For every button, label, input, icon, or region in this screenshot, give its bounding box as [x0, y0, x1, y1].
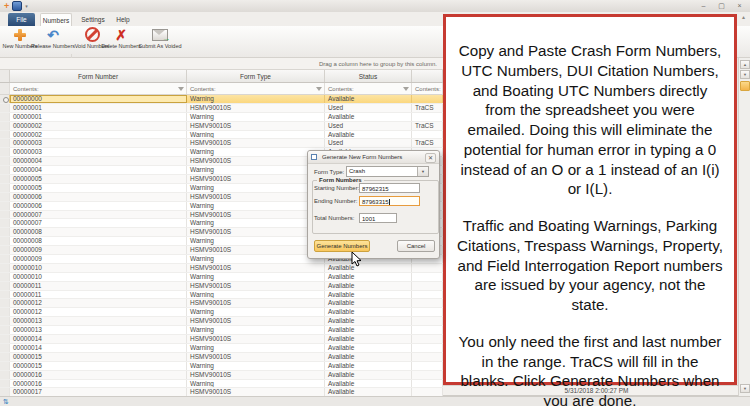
table-row[interactable]: 00000001 HSMV90010S Used TraCS — [0, 104, 443, 113]
cell-form-number[interactable]: 00000015 — [10, 353, 187, 361]
cell-form-number[interactable]: 00000001 — [10, 104, 187, 112]
cell-source[interactable] — [412, 131, 443, 139]
total-numbers-field[interactable]: 1001 — [359, 213, 397, 223]
table-row[interactable]: 00000015 Warning Available — [0, 362, 443, 371]
table-row[interactable]: 00000000 Warning Available — [0, 95, 443, 104]
cell-source[interactable] — [412, 388, 443, 396]
cell-form-number[interactable]: 00000017 — [10, 388, 187, 396]
cell-form-number[interactable]: 00000005 — [10, 184, 187, 192]
cell-form-type[interactable]: HSMV90010S — [187, 335, 325, 343]
cell-status[interactable]: Used — [325, 139, 412, 147]
cell-form-number[interactable]: 00000016 — [10, 380, 187, 388]
cell-form-number[interactable]: 00000014 — [10, 344, 187, 352]
filter-form-number[interactable]: Contents: — [10, 83, 187, 94]
record-navigator-icon[interactable]: ⇅ — [3, 398, 9, 405]
cell-form-type[interactable]: HSMV90010S — [187, 371, 325, 379]
cell-status[interactable]: Available — [325, 326, 412, 334]
cell-form-type[interactable]: HSMV90010S — [187, 193, 325, 201]
collapse-panel-icon[interactable]: ▴ — [742, 13, 745, 20]
cell-form-number[interactable]: 00000008 — [10, 228, 187, 236]
filter-form-type[interactable]: Contents: — [187, 83, 325, 94]
cell-status[interactable]: Available — [325, 131, 412, 139]
cell-status[interactable]: Available — [325, 282, 412, 290]
cell-form-type[interactable]: HSMV90010S — [187, 228, 325, 236]
cell-source[interactable] — [412, 299, 443, 307]
cell-source[interactable] — [412, 362, 443, 370]
cell-form-type[interactable]: Warning — [187, 344, 325, 352]
tab-settings[interactable]: Settings — [77, 13, 109, 26]
delete-numbers-button[interactable]: ✗ Delete Numbers — [105, 27, 137, 51]
table-row[interactable]: 00000012 HSMV90010S Available — [0, 299, 443, 308]
cell-form-type[interactable]: Warning — [187, 237, 325, 245]
cell-form-type[interactable]: HSMV90010S — [187, 211, 325, 219]
cell-form-number[interactable]: 00000013 — [10, 317, 187, 325]
filter-funnel-icon[interactable] — [178, 87, 184, 91]
cell-form-type[interactable]: Warning — [187, 326, 325, 334]
column-header-source[interactable] — [412, 70, 443, 82]
table-row[interactable]: 00000001 Warning Available — [0, 113, 443, 122]
quick-new-icon[interactable]: + — [4, 2, 9, 11]
cell-form-number[interactable]: 00000007 — [10, 219, 187, 227]
cell-status[interactable]: Available — [325, 299, 412, 307]
cell-form-type[interactable]: Warning — [187, 148, 325, 156]
cell-source[interactable]: TraCS — [412, 122, 443, 130]
quick-access-dropdown-icon[interactable]: ▾ — [25, 3, 28, 9]
dialog-title-bar[interactable]: Generate New Form Numbers ✕ — [308, 151, 439, 164]
cell-status[interactable]: Available — [325, 308, 412, 316]
cell-source[interactable] — [412, 291, 443, 299]
filter-status[interactable]: Contents: — [325, 83, 412, 94]
cell-form-number[interactable]: 00000009 — [10, 255, 187, 263]
cell-source[interactable] — [412, 317, 443, 325]
cell-form-type[interactable]: HSMV90010S — [187, 157, 325, 165]
cell-form-type[interactable]: Warning — [187, 166, 325, 174]
cell-form-number[interactable]: 00000015 — [10, 362, 187, 370]
submit-as-voided-button[interactable]: → Submit As Voided — [140, 27, 180, 51]
column-header-form-type[interactable]: Form Type — [187, 70, 325, 82]
cell-form-number[interactable]: 00000010 — [10, 264, 187, 272]
cell-form-type[interactable]: Warning — [187, 380, 325, 388]
release-numbers-button[interactable]: ↶ Release Numbers — [36, 27, 70, 51]
cell-status[interactable]: Available — [325, 95, 412, 103]
table-row[interactable]: 00000013 HSMV90010S Available — [0, 317, 443, 326]
filter-funnel-icon[interactable] — [403, 87, 409, 91]
cell-status[interactable]: Available — [325, 353, 412, 361]
cell-form-type[interactable]: HSMV90010S — [187, 317, 325, 325]
cell-form-number[interactable]: 00000006 — [10, 193, 187, 201]
cell-form-number[interactable]: 00000014 — [10, 335, 187, 343]
cell-source[interactable] — [412, 344, 443, 352]
maximize-button[interactable]: ▢ — [715, 1, 728, 10]
form-type-combobox[interactable]: Crash ▼ — [346, 166, 429, 177]
cell-source[interactable] — [412, 308, 443, 316]
cell-form-type[interactable]: Warning — [187, 219, 325, 227]
tab-numbers[interactable]: Numbers — [40, 13, 72, 26]
table-row[interactable]: 00000010 Warning Available — [0, 273, 443, 282]
cell-form-number[interactable]: 00000011 — [10, 291, 187, 299]
cell-form-number[interactable]: 00000001 — [10, 113, 187, 121]
cell-status[interactable]: Available — [325, 380, 412, 388]
cell-form-number[interactable]: 00000002 — [10, 131, 187, 139]
cell-status[interactable]: Used — [325, 122, 412, 130]
cell-form-number[interactable]: 00000016 — [10, 371, 187, 379]
cell-form-number[interactable]: 00000009 — [10, 246, 187, 254]
cell-status[interactable]: Available — [325, 113, 412, 121]
cell-form-number[interactable]: 00000005 — [10, 175, 187, 183]
cell-form-number[interactable]: 00000002 — [10, 122, 187, 130]
table-row[interactable]: 00000011 HSMV90010S Available — [0, 282, 443, 291]
column-header-form-number[interactable]: Form Number — [10, 70, 187, 82]
cell-form-type[interactable]: HSMV90010S — [187, 388, 325, 396]
table-row[interactable]: 00000010 HSMV90010S Available — [0, 264, 443, 273]
cell-form-type[interactable]: HSMV90010S — [187, 299, 325, 307]
table-row[interactable]: 00000002 HSMV90010S Used TraCS — [0, 122, 443, 131]
table-row[interactable]: 00000014 HSMV90010S Available — [0, 335, 443, 344]
table-row[interactable]: 00000014 Warning Available — [0, 344, 443, 353]
tab-file[interactable]: File — [8, 13, 35, 26]
tab-help[interactable]: Help — [112, 13, 134, 26]
cell-form-type[interactable]: HSMV90010S — [187, 104, 325, 112]
cell-form-type[interactable]: HSMV90010S — [187, 175, 325, 183]
cell-form-number[interactable]: 00000012 — [10, 299, 187, 307]
close-button[interactable]: × — [733, 1, 746, 10]
cell-status[interactable]: Available — [325, 317, 412, 325]
table-row[interactable]: 00000003 HSMV90010S Used TraCS — [0, 139, 443, 148]
cell-form-number[interactable]: 00000004 — [10, 166, 187, 174]
cell-source[interactable] — [412, 380, 443, 388]
